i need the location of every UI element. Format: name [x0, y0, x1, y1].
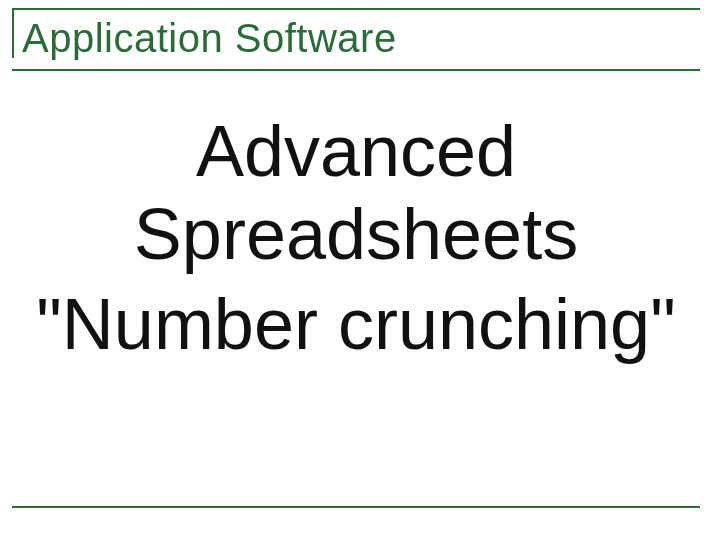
header-left-tick	[12, 8, 14, 58]
content-line-3: "Number crunching"	[16, 284, 696, 365]
footer-rule	[12, 506, 700, 508]
header-bottom-rule	[12, 69, 700, 71]
header-section: Application Software	[12, 8, 700, 77]
content-line-1: Advanced	[16, 111, 696, 192]
content-line-2: Spreadsheets	[16, 194, 696, 275]
slide-heading: Application Software	[12, 10, 700, 67]
content-area: Advanced Spreadsheets "Number crunching"	[12, 81, 700, 365]
slide-container: Application Software Advanced Spreadshee…	[0, 0, 720, 540]
